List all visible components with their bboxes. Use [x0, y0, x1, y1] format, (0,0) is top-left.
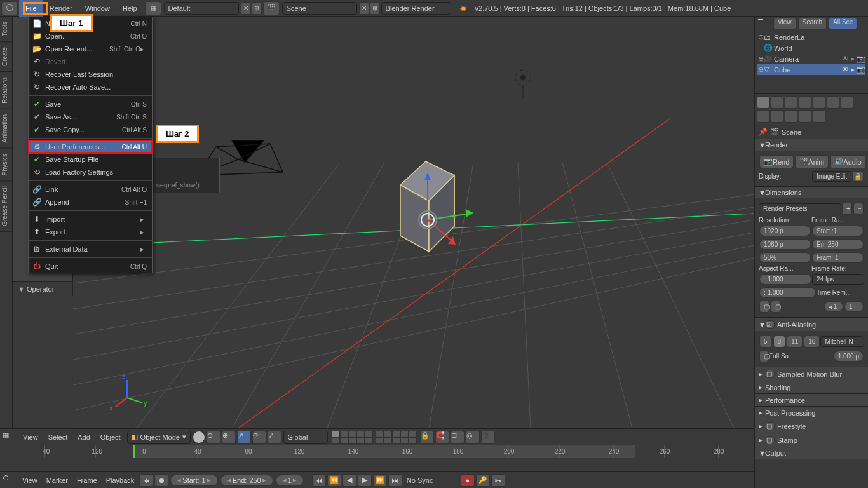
outliner-row[interactable]: ⊕▽Cube👁 ▸ 📷: [757, 64, 865, 75]
layer-buttons[interactable]: [332, 431, 417, 444]
render-preview-button[interactable]: 🎥: [481, 431, 495, 444]
prop-tab-renderlayers[interactable]: [771, 96, 783, 109]
render-anim-button[interactable]: 🎬Anim: [795, 155, 829, 168]
menu-item-revert[interactable]: ↶Revert: [29, 55, 152, 68]
pivot-button[interactable]: ⊙: [207, 431, 220, 444]
old-field[interactable]: ◂ 1: [824, 301, 843, 312]
prop-tab-material[interactable]: [771, 110, 783, 123]
prop-tab-physics[interactable]: [813, 110, 825, 123]
snap-button[interactable]: 🧲: [435, 431, 449, 444]
menu-item-recover-auto[interactable]: ↻Recover Auto Save...: [29, 81, 152, 93]
tl-menu-frame[interactable]: Frame: [72, 477, 102, 484]
panel-post-header[interactable]: ▸Post Processing: [755, 407, 868, 419]
aspect-y-field[interactable]: : 1.000: [759, 287, 816, 298]
prop-tab-data[interactable]: [757, 110, 770, 123]
menu-item-save-as[interactable]: ✔Save As...Shift Ctrl S: [29, 111, 152, 123]
tl-menu-playback[interactable]: Playback: [102, 477, 139, 484]
proportional-button[interactable]: ◎: [466, 431, 480, 444]
vp-menu-add[interactable]: Add: [72, 433, 95, 441]
menu-item-user-preferences[interactable]: ⚙User Preferences...Ctrl Alt U: [29, 140, 152, 153]
play-button[interactable]: ▶: [358, 474, 372, 487]
menu-item-recover-last[interactable]: ↻Recover Last Session: [29, 68, 152, 81]
range-button[interactable]: ⏮: [139, 474, 153, 487]
operator-panel-header[interactable]: ▼ Operator: [13, 281, 72, 296]
timeline-ruler[interactable]: -40-12004080120140160180200220240260280: [13, 445, 754, 458]
auto-key-button[interactable]: ⏺: [154, 474, 168, 487]
full-sample-check[interactable]: ▢: [759, 350, 768, 362]
end-frame-field[interactable]: ◂End:250▸: [220, 475, 273, 486]
frame-start-field[interactable]: Start :1: [812, 226, 864, 236]
panel-output-header[interactable]: ▼Output: [755, 447, 868, 459]
menu-item-quit[interactable]: ⏻QuitCtrl Q: [29, 260, 152, 273]
menu-item-append[interactable]: 🔗AppendShift F1: [29, 196, 152, 208]
prop-tab-particles[interactable]: [799, 110, 811, 123]
frame-end-field[interactable]: En: 250: [812, 239, 864, 250]
crop-check[interactable]: ▢: [771, 301, 781, 313]
outliner-row[interactable]: 🌐World: [757, 43, 865, 53]
vp-menu-view[interactable]: View: [18, 433, 43, 441]
editor-type-icon[interactable]: ▦: [3, 431, 18, 444]
aa-16-button[interactable]: 16: [804, 336, 820, 348]
outliner-search-btn[interactable]: Search: [798, 18, 827, 29]
add-layout-button[interactable]: ✕: [241, 2, 251, 15]
scene-icon[interactable]: 🎬: [263, 1, 280, 15]
border-check[interactable]: ▢: [759, 301, 770, 313]
render-presets-combo[interactable]: Render Presets: [759, 203, 841, 214]
fps-combo[interactable]: 24 fps: [812, 274, 864, 285]
freestyle-check[interactable]: ▢: [766, 422, 775, 430]
key-insert-button[interactable]: 🔑: [476, 474, 490, 487]
jump-start-button[interactable]: ⏮: [312, 474, 326, 487]
del-scene-button[interactable]: ⊕: [370, 2, 380, 15]
orientation-combo[interactable]: Global: [283, 431, 328, 444]
prop-tab-render[interactable]: [757, 96, 770, 109]
prop-tab-object[interactable]: [813, 96, 825, 109]
menu-item-link[interactable]: 🔗LinkCtrl Alt O: [29, 183, 152, 196]
3d-viewport[interactable]: z y x (1) Cube: [73, 17, 754, 445]
res-y-field[interactable]: 1080 p: [759, 239, 811, 250]
prop-tab-world[interactable]: [799, 96, 811, 109]
menu-item-load-factory[interactable]: ⟲Load Factory Settings: [29, 166, 152, 179]
display-combo[interactable]: Image Edit: [812, 171, 851, 182]
aa-8-button[interactable]: 8: [773, 336, 786, 348]
tab-grease-pencil[interactable]: Grease Pencil: [0, 181, 12, 232]
tab-tools[interactable]: Tools: [0, 17, 12, 42]
aa-11-button[interactable]: 11: [787, 336, 803, 348]
panel-aa-header[interactable]: ▼☑Anti-Aliasing: [755, 318, 868, 331]
mode-combo[interactable]: ◧Object Mode▾: [127, 431, 191, 444]
render-audio-button[interactable]: 🔊Audio: [830, 155, 865, 168]
menu-item-save-copy[interactable]: ✔Save Copy...Ctrl Alt S: [29, 123, 152, 136]
record-button[interactable]: ●: [461, 474, 475, 487]
timeline-editor-icon[interactable]: ⏱: [3, 474, 18, 487]
panel-dimensions-header[interactable]: ▼Dimensions: [755, 187, 868, 198]
menu-item-save-startup[interactable]: ✔Save Startup File: [29, 153, 152, 166]
render-engine-combo[interactable]: Blender Render: [381, 2, 451, 15]
prop-tab-modifiers[interactable]: [841, 96, 853, 109]
outliner-row[interactable]: ⊕🎥Camera👁 ▸ 📷: [757, 53, 865, 64]
shading-solid-button[interactable]: [193, 431, 205, 444]
manip-scale[interactable]: ⤢: [268, 431, 281, 444]
add-scene-button[interactable]: ✕: [359, 2, 369, 15]
menu-item-export[interactable]: ⬆Export▸: [29, 226, 152, 238]
manip-translate[interactable]: ↗: [237, 431, 251, 444]
outliner-editor-icon[interactable]: ☰: [757, 18, 771, 29]
pin-icon[interactable]: 📌: [759, 128, 768, 136]
panel-performance-header[interactable]: ▸Performance: [755, 394, 868, 406]
prop-tab-constraints[interactable]: [827, 96, 839, 109]
menu-help[interactable]: Help: [116, 0, 144, 17]
preset-del-button[interactable]: −: [853, 203, 864, 215]
tab-animation[interactable]: Animation: [0, 109, 12, 148]
tab-create[interactable]: Create: [0, 42, 12, 72]
panel-shading-header[interactable]: ▸Shading: [755, 381, 868, 393]
del-layout-button[interactable]: ⊕: [252, 2, 262, 15]
aa-size-field[interactable]: 1.000 p: [834, 351, 864, 362]
vp-menu-object[interactable]: Object: [95, 433, 126, 441]
aa-filter-combo[interactable]: Mitchell-N: [820, 336, 864, 347]
res-pct-field[interactable]: 50%: [759, 252, 811, 263]
screen-layout-icon[interactable]: ▦: [145, 1, 161, 15]
stamp-check[interactable]: ▢: [766, 436, 775, 444]
tl-menu-marker[interactable]: Marker: [42, 477, 72, 484]
playhead[interactable]: [133, 445, 135, 458]
new-field[interactable]: 1: [844, 301, 864, 312]
outliner[interactable]: ☰ View Search All Sce ⊕🗂RenderLa 🌐World …: [755, 17, 868, 94]
vp-menu-select[interactable]: Select: [43, 433, 73, 441]
